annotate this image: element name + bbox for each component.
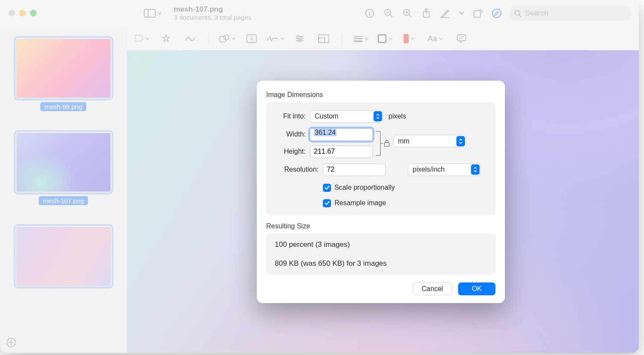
dimension-unit-value: mm <box>398 137 453 145</box>
cancel-label: Cancel <box>422 285 443 293</box>
section-image-dimensions: Image Dimensions <box>266 91 495 99</box>
result-filesize-line: 809 KB (was 650 KB) for 3 images <box>275 259 487 268</box>
svg-rect-42 <box>385 143 389 146</box>
popup-arrows-icon <box>374 111 382 121</box>
ok-label: OK <box>472 285 482 293</box>
adjust-size-dialog: Image Dimensions Fit into: Custom pixels… <box>257 81 505 303</box>
aspect-lock-bracket <box>375 128 388 158</box>
result-percent-line: 100 percent (3 images) <box>275 240 487 249</box>
resample-image-checkbox[interactable] <box>323 199 331 207</box>
resulting-size-panel: 100 percent (3 images) 809 KB (was 650 K… <box>266 234 495 275</box>
width-field[interactable]: 361.24 <box>310 128 373 141</box>
scale-proportionally-label: Scale proportionally <box>334 184 395 191</box>
ok-button[interactable]: OK <box>458 282 495 295</box>
popup-arrows-icon <box>456 136 465 146</box>
resolution-unit-value: pixels/inch <box>413 166 468 173</box>
fit-into-label: Fit into: <box>275 112 306 120</box>
resolution-field[interactable] <box>323 164 386 176</box>
dimension-unit-popup[interactable]: mm <box>393 135 466 147</box>
section-resulting-size: Resulting Size <box>266 222 495 230</box>
preview-window: mesh-107.png 3 documents, 3 total pages … <box>0 0 639 353</box>
width-label: Width: <box>275 130 306 138</box>
image-dimensions-panel: Fit into: Custom pixels Width: 361.24 He… <box>266 102 495 215</box>
scale-proportionally-checkbox[interactable] <box>323 184 331 192</box>
resolution-unit-popup[interactable]: pixels/inch <box>408 164 481 176</box>
fit-into-unit: pixels <box>389 112 406 120</box>
fit-into-popup[interactable]: Custom <box>310 110 383 123</box>
fit-into-value: Custom <box>315 112 370 120</box>
height-label: Height: <box>275 148 306 155</box>
cancel-button[interactable]: Cancel <box>413 282 452 295</box>
resample-image-label: Resample image <box>334 199 386 207</box>
height-field[interactable] <box>310 146 373 158</box>
width-value: 361.24 <box>314 129 337 136</box>
resolution-label: Resolution: <box>275 166 319 173</box>
popup-arrows-icon <box>471 164 480 175</box>
